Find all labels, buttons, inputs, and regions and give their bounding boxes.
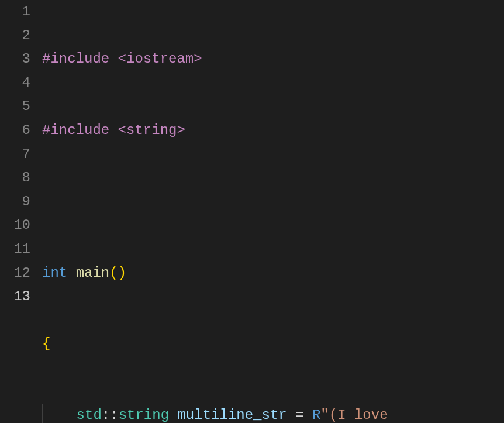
tok-op: =	[295, 407, 303, 423]
tok-space	[67, 265, 75, 281]
tok-brace: {	[42, 336, 50, 352]
tok-include: #include	[42, 122, 109, 138]
line-number: 1	[0, 0, 30, 24]
tok-include-target: <iostream>	[109, 51, 202, 67]
code-line: int main()	[42, 262, 504, 286]
line-gutter: 1 2 3 4 5 6 7 8 9 10 11 12 13	[0, 0, 42, 423]
tok-space	[287, 407, 295, 423]
code-editor[interactable]: 1 2 3 4 5 6 7 8 9 10 11 12 13 #include <…	[0, 0, 504, 423]
tok-type: string	[119, 407, 169, 423]
code-content[interactable]: #include <iostream> #include <string> in…	[42, 0, 504, 423]
tok-paren: (	[109, 265, 118, 281]
tok-include-target: <string>	[109, 122, 185, 138]
tok-keyword: int	[42, 265, 67, 281]
code-line: #include <iostream>	[42, 47, 504, 71]
tok-space	[304, 407, 312, 423]
line-number: 12	[0, 262, 30, 286]
code-line	[42, 190, 504, 214]
line-number: 9	[0, 190, 30, 214]
tok-identifier: multiline_str	[177, 407, 286, 423]
line-number: 7	[0, 143, 30, 167]
line-number: 11	[0, 238, 30, 262]
line-number: 2	[0, 24, 30, 48]
tok-function: main	[76, 265, 110, 281]
line-number: 5	[0, 95, 30, 119]
tok-namespace: std	[77, 407, 102, 423]
tok-string: I love	[337, 407, 396, 423]
code-line: std::string multiline_str = R"(I love	[42, 404, 504, 423]
tok-op: ::	[102, 407, 119, 423]
line-number: 8	[0, 166, 30, 190]
tok-include: #include	[42, 51, 109, 67]
line-number: 6	[0, 119, 30, 143]
indent-guide	[42, 404, 43, 423]
tok-raw-prefix: R	[312, 407, 320, 423]
code-line: #include <string>	[42, 119, 504, 143]
line-number: 13	[0, 285, 30, 309]
line-number: 4	[0, 71, 30, 95]
line-number: 3	[0, 47, 30, 71]
tok-string: "(	[320, 407, 337, 423]
editor-root: 1 2 3 4 5 6 7 8 9 10 11 12 13 #include <…	[0, 0, 504, 423]
line-number: 10	[0, 214, 30, 238]
code-line: {	[42, 332, 504, 356]
tok-space	[169, 407, 177, 423]
tok-paren: )	[118, 265, 126, 281]
